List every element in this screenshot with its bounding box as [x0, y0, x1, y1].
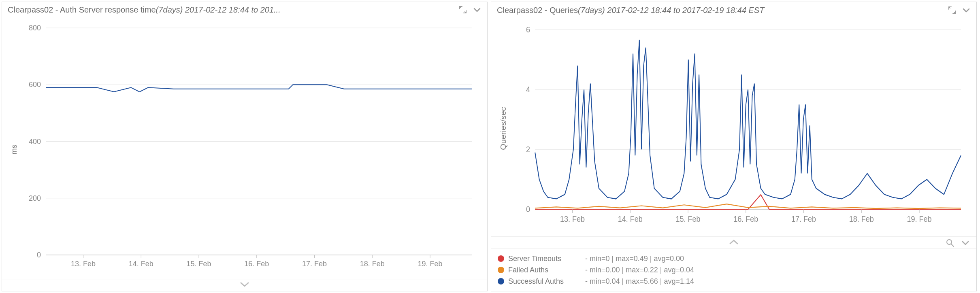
chart-area-right: Queries/sec 0246 13. Feb14. Feb15. Feb16…	[491, 18, 976, 236]
legend-stats: - min=0.00 | max=0.22 | avg=0.04	[585, 264, 694, 276]
legend-row[interactable]: Failed Auths- min=0.00 | max=0.22 | avg=…	[498, 264, 970, 276]
title-suffix: 2017-02-12 18:44 to 2017-02-19 18:44 EST	[605, 6, 765, 15]
chevron-down-icon[interactable]	[962, 6, 971, 15]
svg-text:4: 4	[526, 85, 530, 94]
svg-text:19. Feb: 19. Feb	[907, 215, 931, 224]
chevron-down-icon[interactable]	[473, 5, 481, 14]
panel-header: Clearpass02 - Auth Server response time(…	[2, 2, 487, 17]
legend-name: Successful Auths	[508, 276, 581, 287]
legend-name: Server Timeouts	[508, 253, 581, 264]
svg-text:400: 400	[29, 138, 41, 146]
svg-text:2: 2	[526, 145, 530, 154]
svg-text:18. Feb: 18. Feb	[849, 215, 874, 224]
plot-area	[46, 85, 472, 92]
plot-area	[535, 40, 961, 209]
panel-title: Clearpass02 - Auth Server response time(…	[8, 5, 459, 15]
legend: Server Timeouts- min=0 | max=0.49 | avg=…	[491, 248, 976, 291]
svg-text:17. Feb: 17. Feb	[791, 215, 816, 224]
y-axis: ms 0200400600800	[10, 24, 472, 259]
right-chart-panel: Clearpass02 - Queries(7days) 2017-02-12 …	[491, 2, 977, 291]
expand-icon[interactable]	[948, 6, 956, 14]
svg-text:13. Feb: 13. Feb	[560, 215, 585, 224]
legend-dot-icon	[498, 278, 504, 285]
legend-dot-icon	[498, 267, 504, 273]
legend-stats: - min=0.04 | max=5.66 | avg=1.14	[585, 276, 694, 287]
search-icon[interactable]	[946, 238, 954, 247]
svg-text:800: 800	[29, 24, 41, 32]
title-span: (7days)	[156, 5, 183, 14]
panel-header-icons	[459, 5, 481, 14]
panel-footer	[491, 236, 976, 248]
chart-left: ms 0200400600800 13. Feb14. Feb15. Feb16…	[9, 20, 480, 279]
panel-title: Clearpass02 - Queries(7days) 2017-02-12 …	[497, 6, 948, 15]
x-axis: 13. Feb14. Feb15. Feb16. Feb17. Feb18. F…	[560, 209, 932, 223]
left-chart-panel: Clearpass02 - Auth Server response time(…	[2, 2, 488, 291]
expand-icon[interactable]	[459, 6, 467, 14]
chart-right: Queries/sec 0246 13. Feb14. Feb15. Feb16…	[499, 21, 969, 236]
svg-text:0: 0	[526, 205, 530, 214]
chevron-down-icon[interactable]	[961, 238, 970, 247]
svg-text:200: 200	[29, 194, 41, 202]
svg-text:6: 6	[526, 25, 530, 34]
svg-text:13. Feb: 13. Feb	[71, 260, 96, 268]
chevron-up-icon[interactable]	[729, 238, 739, 247]
svg-text:15. Feb: 15. Feb	[187, 260, 211, 268]
chart-area-left: ms 0200400600800 13. Feb14. Feb15. Feb16…	[2, 17, 487, 279]
legend-name: Failed Auths	[508, 264, 581, 276]
y-ticks: 0200400600800	[29, 24, 472, 259]
svg-text:15. Feb: 15. Feb	[676, 215, 701, 224]
svg-text:19. Feb: 19. Feb	[418, 260, 442, 268]
svg-text:17. Feb: 17. Feb	[302, 260, 327, 268]
svg-text:14. Feb: 14. Feb	[129, 260, 153, 268]
svg-point-48	[947, 240, 952, 244]
svg-text:18. Feb: 18. Feb	[360, 260, 385, 268]
y-axis-label: ms	[10, 145, 18, 155]
svg-text:0: 0	[37, 251, 41, 259]
y-axis-label: Queries/sec	[499, 107, 507, 150]
x-axis: 13. Feb14. Feb15. Feb16. Feb17. Feb18. F…	[71, 255, 443, 268]
y-ticks: 0246	[526, 25, 961, 214]
svg-text:600: 600	[29, 81, 41, 89]
panel-header-icons	[948, 6, 971, 15]
svg-text:14. Feb: 14. Feb	[618, 215, 643, 224]
svg-text:16. Feb: 16. Feb	[733, 215, 758, 224]
y-axis: Queries/sec 0246	[499, 25, 961, 214]
panel-footer	[2, 280, 487, 291]
legend-stats: - min=0 | max=0.49 | avg=0.00	[585, 253, 684, 264]
panel-header: Clearpass02 - Queries(7days) 2017-02-12 …	[491, 2, 976, 18]
title-prefix: Clearpass02 - Auth Server response time	[8, 5, 156, 14]
title-prefix: Clearpass02 - Queries	[497, 6, 578, 15]
svg-text:16. Feb: 16. Feb	[244, 260, 269, 268]
legend-row[interactable]: Server Timeouts- min=0 | max=0.49 | avg=…	[498, 253, 970, 264]
title-span: (7days)	[578, 6, 605, 15]
chevron-down-icon[interactable]	[239, 281, 250, 290]
legend-row[interactable]: Successful Auths- min=0.04 | max=5.66 | …	[498, 276, 970, 287]
title-suffix: 2017-02-12 18:44 to 201...	[183, 5, 280, 14]
legend-dot-icon	[498, 255, 504, 262]
